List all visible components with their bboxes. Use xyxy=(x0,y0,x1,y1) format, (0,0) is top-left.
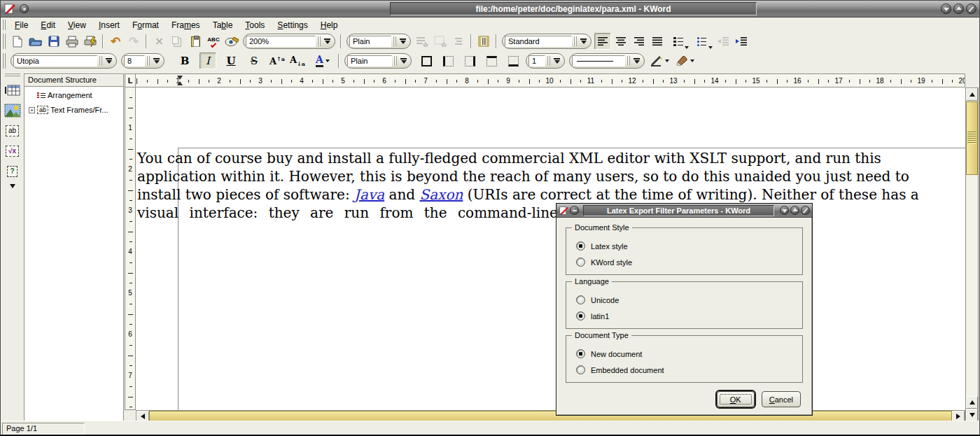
new-document-button[interactable] xyxy=(9,33,26,50)
font-color-button[interactable]: A xyxy=(311,52,335,69)
toolbar-grip[interactable] xyxy=(5,73,20,76)
tree-item-arrangement[interactable]: Arrangement xyxy=(29,91,122,99)
border-width-dropdown-arrow[interactable] xyxy=(554,58,560,64)
spellcheck-button[interactable]: ABC xyxy=(205,33,222,50)
option-unicode[interactable]: Unicode xyxy=(576,292,802,308)
tree-item-text-frames-fr[interactable]: +abText Frames/Fr... xyxy=(29,106,122,114)
border-width-combobox[interactable]: 1 xyxy=(526,53,565,69)
radio-embedded-document[interactable] xyxy=(576,365,585,374)
italic-button[interactable]: I xyxy=(200,52,216,69)
frame-style-combobox[interactable]: Plain xyxy=(344,53,412,69)
border-color-dropdown-arrow[interactable] xyxy=(665,59,669,62)
bold-button[interactable]: B xyxy=(176,52,193,69)
option-latin1[interactable]: latin1 xyxy=(576,308,802,324)
sticky-button[interactable] xyxy=(570,206,579,215)
dialog-title-bar[interactable]: Latex Export Filter Parameters - KWord xyxy=(556,204,812,218)
align-center-button[interactable] xyxy=(612,33,629,50)
border-all-button[interactable] xyxy=(418,52,435,69)
dialog-close-button[interactable] xyxy=(801,206,810,215)
frame-background-dropdown-arrow[interactable] xyxy=(690,59,694,62)
close-button[interactable] xyxy=(966,3,976,14)
ok-button[interactable]: OK xyxy=(717,391,755,407)
radio-latin1[interactable] xyxy=(576,311,585,321)
sticky-button[interactable] xyxy=(20,4,29,13)
paragraph-style-combobox[interactable]: Plain xyxy=(346,34,411,49)
option-embedded-document[interactable]: Embedded document xyxy=(576,362,802,378)
scroll-down-button[interactable] xyxy=(966,409,978,421)
paste-button[interactable] xyxy=(187,33,204,50)
toolbar-grip[interactable] xyxy=(2,34,6,49)
font-color-dropdown-arrow[interactable] xyxy=(326,59,330,62)
subscript-button[interactable]: A↓a xyxy=(289,52,306,69)
toolbar-grip[interactable] xyxy=(2,53,6,69)
tree-expander[interactable]: + xyxy=(29,107,35,113)
autoformat-button[interactable] xyxy=(223,33,240,50)
superscript-button[interactable]: A↑a xyxy=(269,52,286,69)
menu-frames[interactable]: Frames xyxy=(165,20,206,31)
open-button[interactable] xyxy=(27,33,44,50)
print-preview-button[interactable] xyxy=(82,33,99,50)
font-family-combobox[interactable]: Utopia xyxy=(10,53,117,69)
radio-latex-style[interactable] xyxy=(576,241,585,251)
print-button[interactable] xyxy=(64,33,80,50)
scroll-right-button[interactable] xyxy=(952,411,965,421)
title-bar[interactable]: file:/home/peter/doc/beginlatex/para.xml… xyxy=(1,1,979,17)
scroll-up-button[interactable] xyxy=(966,88,978,101)
menu-tools[interactable]: Tools xyxy=(239,20,271,31)
menu-help[interactable]: Help xyxy=(314,20,344,31)
hyperlink-java[interactable]: Java xyxy=(354,186,384,203)
dialog-minimize-button[interactable] xyxy=(780,206,789,215)
border-color-button[interactable] xyxy=(648,52,671,69)
vertical-scrollbar[interactable] xyxy=(965,87,979,422)
dialog-maximize-button[interactable] xyxy=(790,206,799,215)
menu-table[interactable]: Table xyxy=(206,20,239,31)
option-latex-style[interactable]: Latex style xyxy=(576,238,802,254)
radio-new-document[interactable] xyxy=(576,349,585,358)
menubar-grip[interactable] xyxy=(2,20,6,30)
document-canvas[interactable]: You can of course buy and install a full… xyxy=(136,87,965,410)
horizontal-scrollbar-thumb[interactable] xyxy=(149,411,952,421)
vertical-scrollbar-thumb[interactable] xyxy=(966,101,978,175)
menu-view[interactable]: View xyxy=(62,20,92,31)
numbered-list-dropdown-arrow[interactable] xyxy=(685,46,689,49)
paragraph-style-dropdown-arrow[interactable] xyxy=(400,38,406,44)
radio-unicode[interactable] xyxy=(576,295,585,304)
border-style-dropdown-arrow[interactable] xyxy=(634,58,640,64)
menu-edit[interactable]: Edit xyxy=(34,20,62,31)
border-right-button[interactable] xyxy=(461,52,478,69)
insert-formula-button[interactable]: √x xyxy=(3,141,22,161)
border-bottom-button[interactable] xyxy=(505,52,522,69)
bullet-list-button[interactable] xyxy=(691,33,713,50)
radio-kword-style[interactable] xyxy=(576,258,585,267)
toolbar-extension-arrow[interactable] xyxy=(10,184,15,188)
hyperlink-saxon[interactable]: Saxon xyxy=(419,186,463,203)
insert-picture-button[interactable] xyxy=(3,101,22,120)
align-left-button[interactable] xyxy=(594,33,611,50)
frame-background-button[interactable] xyxy=(673,52,696,69)
insert-table-button[interactable] xyxy=(3,80,22,100)
align-justify-button[interactable] xyxy=(649,33,666,50)
bullet-list-dropdown-arrow[interactable] xyxy=(708,46,713,49)
save-button[interactable] xyxy=(46,33,62,50)
horizontal-ruler[interactable]: 1234567891011121314151617181920 xyxy=(136,73,965,87)
zoom-combobox[interactable]: 200% xyxy=(243,34,335,49)
border-top-button[interactable] xyxy=(483,52,500,69)
underline-button[interactable]: U xyxy=(223,52,239,69)
align-right-button[interactable] xyxy=(631,33,648,50)
increase-indent-button[interactable] xyxy=(733,33,750,50)
document-structure-header[interactable]: Document Structure xyxy=(24,74,123,87)
scroll-up-button-bottom[interactable] xyxy=(966,396,978,409)
minimize-button[interactable] xyxy=(941,3,951,14)
border-left-button[interactable] xyxy=(440,52,456,69)
scroll-left-button[interactable] xyxy=(136,411,149,421)
numbered-list-button[interactable] xyxy=(667,33,690,50)
menu-settings[interactable]: Settings xyxy=(271,20,314,31)
cancel-button[interactable]: Cancel xyxy=(762,391,801,407)
menu-file[interactable]: File xyxy=(8,20,34,31)
insert-object-button[interactable]: ? xyxy=(3,162,22,181)
font-size-combobox[interactable]: 8 xyxy=(121,53,164,69)
option-kword-style[interactable]: KWord style xyxy=(576,254,802,270)
frame-style-dropdown-arrow[interactable] xyxy=(400,58,407,64)
style-list-combobox[interactable]: Standard xyxy=(502,34,592,49)
style-list-dropdown-arrow[interactable] xyxy=(580,38,587,44)
